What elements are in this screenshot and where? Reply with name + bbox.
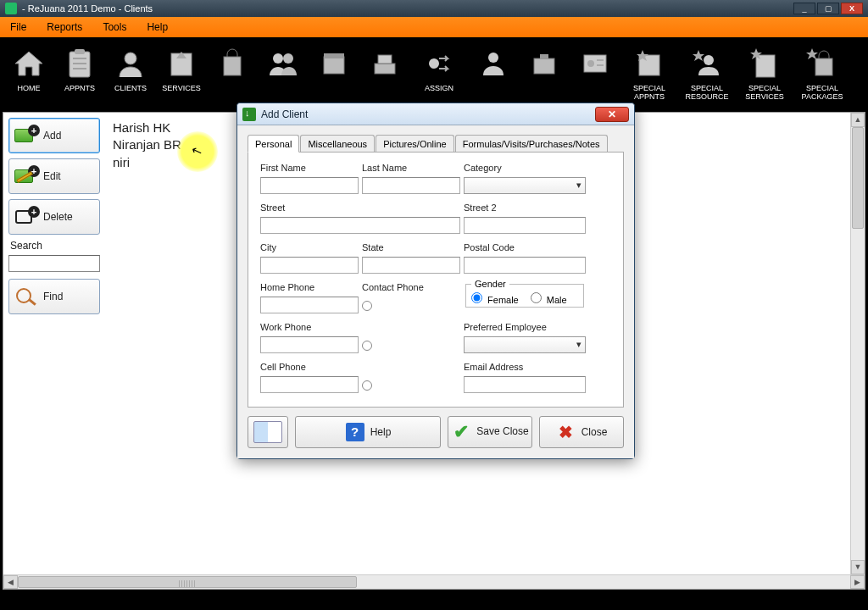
tool-products[interactable] (309, 41, 359, 112)
svg-point-21 (587, 60, 594, 67)
street2-field[interactable] (464, 217, 586, 234)
person-icon (113, 46, 148, 81)
street-label: Street (260, 202, 460, 214)
note-star-icon (747, 46, 782, 81)
gender-group: Gender Female Male (465, 279, 584, 308)
menu-tools[interactable]: Tools (92, 17, 136, 37)
add-button[interactable]: + Add (8, 118, 100, 153)
application-window: - ReJuana 2011 Demo - Clients _ ▢ X File… (0, 0, 868, 610)
menu-reports[interactable]: Reports (36, 17, 92, 37)
delete-button[interactable]: + Delete (8, 199, 100, 235)
tool-employees[interactable] (258, 41, 309, 112)
search-input[interactable] (8, 255, 100, 272)
tool-special-resource[interactable]: SPECIAL RESOURCE (678, 41, 736, 112)
svg-point-26 (704, 55, 714, 65)
contact-cell-radio[interactable] (362, 380, 372, 391)
vertical-scrollbar[interactable]: ▲ ▼ (850, 113, 865, 574)
tab-pictures[interactable]: Pictures/Online (376, 135, 454, 152)
tool-clients[interactable]: CLIENTS (105, 41, 156, 112)
magnifier-icon (14, 287, 38, 306)
gender-male-radio[interactable]: Male (531, 292, 567, 305)
side-panel: + Add + Edit + Delete Search Find (3, 113, 109, 589)
tool-special-appnts[interactable]: SPECIAL APPNTS (620, 41, 678, 112)
tool-special-packages[interactable]: SPECIAL PACKAGES (793, 41, 851, 112)
postal-field[interactable] (464, 257, 586, 274)
svg-marker-31 (806, 48, 818, 59)
menu-bar: File Reports Tools Help (0, 17, 868, 37)
bag-star-icon (804, 46, 840, 81)
tool-customer[interactable] (468, 41, 519, 112)
scroll-thumb[interactable] (852, 127, 864, 229)
people-icon (265, 46, 301, 81)
contact-work-radio[interactable] (362, 341, 372, 351)
tab-misc[interactable]: Miscellaneous (300, 135, 375, 152)
contact-home-radio[interactable] (362, 301, 372, 311)
category-select[interactable] (464, 177, 586, 194)
till-icon (367, 46, 403, 81)
edit-pencil-icon: + (14, 167, 38, 186)
address-book-button[interactable] (248, 416, 288, 448)
menu-file[interactable]: File (0, 17, 36, 37)
last-name-field[interactable] (362, 177, 460, 194)
scroll-up-arrow-icon[interactable]: ▲ (851, 113, 865, 127)
dialog-titlebar[interactable]: Add Client ✕ (237, 103, 634, 125)
dialog-title: Add Client (261, 108, 308, 120)
tool-sales[interactable] (359, 41, 410, 112)
window-titlebar[interactable]: - ReJuana 2011 Demo - Clients _ ▢ X (0, 0, 868, 17)
window-maximize-button[interactable]: ▢ (817, 3, 839, 14)
last-name-label: Last Name (362, 163, 460, 174)
tab-pane-personal: First Name Last Name Category Street Str… (248, 152, 624, 408)
scroll-left-arrow-icon[interactable]: ◀ (3, 575, 18, 589)
city-field[interactable] (260, 257, 359, 274)
tool-special-services[interactable]: SPECIAL SERVICES (736, 41, 793, 112)
cell-phone-field[interactable] (260, 376, 359, 393)
bag-icon (214, 46, 250, 81)
first-name-field[interactable] (260, 177, 359, 194)
tool-supplier[interactable] (519, 41, 570, 112)
tool-receipt[interactable] (570, 41, 620, 112)
work-phone-field[interactable] (260, 336, 359, 353)
help-button[interactable]: ? Help (295, 416, 441, 448)
search-label: Search (10, 240, 104, 252)
dialog-close-button[interactable]: ✕ (595, 107, 629, 122)
save-close-button[interactable]: ✔ Save Close (448, 416, 532, 448)
postal-label: Postal Code (464, 242, 586, 253)
edit-label: Edit (43, 170, 61, 182)
delete-label: Delete (43, 211, 73, 223)
email-field[interactable] (464, 376, 586, 393)
svg-rect-14 (375, 64, 395, 74)
tool-assign[interactable]: ASSIGN (410, 41, 468, 112)
tool-home[interactable]: HOME (3, 41, 54, 112)
tab-personal[interactable]: Personal (248, 135, 299, 152)
delete-recycle-icon: + (14, 208, 38, 226)
horizontal-scrollbar[interactable]: ◀ ▶ (3, 574, 865, 589)
window-close-button[interactable]: X (841, 3, 863, 14)
dialog-button-row: ? Help ✔ Save Close ✖ Close (248, 416, 624, 448)
scroll-thumb-h[interactable] (18, 576, 357, 588)
home-phone-field[interactable] (260, 297, 359, 313)
tool-packages[interactable] (207, 41, 258, 112)
scroll-down-arrow-icon[interactable]: ▼ (851, 560, 865, 574)
add-label: Add (43, 130, 61, 141)
scroll-right-arrow-icon[interactable]: ▶ (850, 575, 865, 589)
assign-icon (421, 46, 457, 81)
preferred-emp-select[interactable] (464, 336, 586, 353)
tool-appnts[interactable]: APPNTS (54, 41, 105, 112)
find-button[interactable]: Find (8, 279, 100, 314)
menu-help[interactable]: Help (136, 17, 178, 37)
close-button[interactable]: ✖ Close (539, 416, 624, 448)
tool-services[interactable]: SERVICES (156, 41, 207, 112)
preferred-emp-label: Preferred Employee (464, 322, 586, 333)
window-minimize-button[interactable]: _ (793, 3, 815, 14)
svg-marker-27 (693, 50, 704, 61)
state-field[interactable] (362, 257, 460, 274)
gender-female-radio[interactable]: Female (471, 292, 519, 305)
edit-button[interactable]: + Edit (8, 158, 100, 194)
svg-rect-13 (324, 53, 344, 58)
street-field[interactable] (260, 217, 460, 234)
tab-formulas[interactable]: Formulas/Visits/Purchases/Notes (455, 135, 608, 152)
svg-rect-30 (815, 58, 832, 75)
main-toolbar: HOME APPNTS CLIENTS SERVICES (0, 37, 868, 112)
find-label: Find (43, 291, 63, 302)
svg-point-6 (125, 53, 136, 64)
